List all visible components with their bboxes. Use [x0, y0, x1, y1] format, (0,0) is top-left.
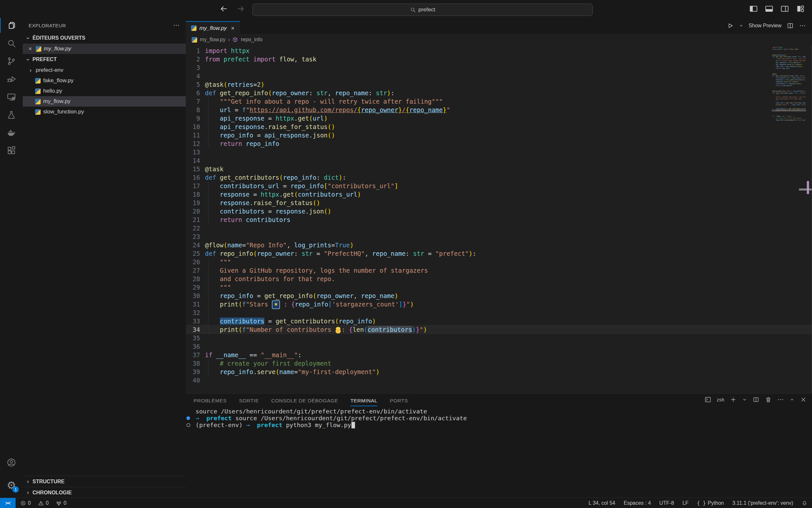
- code-line[interactable]: 17 contributors_url = repo_info["contrib…: [186, 182, 812, 190]
- shell-label[interactable]: zsh: [717, 397, 724, 403]
- more-actions-icon[interactable]: [799, 22, 806, 29]
- back-arrow-icon[interactable]: [220, 5, 228, 13]
- code-line[interactable]: 36: [186, 342, 812, 351]
- code-line[interactable]: 29 """: [186, 283, 812, 292]
- layout-sidebar-right-icon[interactable]: [780, 4, 789, 13]
- activity-item-accounts[interactable]: [0, 454, 23, 471]
- code-line[interactable]: 4: [186, 72, 812, 80]
- run-python-file-button[interactable]: [727, 22, 734, 29]
- remote-indicator[interactable]: ><: [0, 498, 15, 508]
- activity-item-remote-explorer[interactable]: [0, 89, 23, 105]
- code-line[interactable]: 3: [186, 64, 812, 72]
- code-line[interactable]: 26 """: [186, 258, 812, 266]
- code-editor[interactable]: 1import httpx2from prefect import flow, …: [186, 45, 812, 393]
- activity-item-settings[interactable]: ⚙1: [0, 477, 23, 493]
- code-line[interactable]: 15@task: [186, 165, 812, 173]
- code-line[interactable]: 25def repo_info(repo_owner: str = "Prefe…: [186, 249, 812, 258]
- activity-item-source-control[interactable]: [0, 53, 23, 69]
- open-editor-item[interactable]: × my_flow.py: [23, 44, 186, 54]
- project-section-header[interactable]: › PREFECT: [23, 54, 186, 65]
- command-decoration-icon[interactable]: [186, 416, 190, 420]
- section-header-structure[interactable]: ›STRUCTURE: [23, 476, 186, 487]
- code-line[interactable]: 24@flow(name="Repo Info", log_prints=Tru…: [186, 241, 812, 249]
- code-line[interactable]: 40: [186, 376, 812, 384]
- more-actions-icon[interactable]: [173, 22, 180, 29]
- code-line[interactable]: 38 # create your first deployment: [186, 359, 812, 368]
- status-item-utf-8[interactable]: UTF-8: [659, 500, 674, 506]
- status-item-3-11-1-prefect-env-venv-[interactable]: 3.11.1 ('prefect-env': venv): [732, 500, 793, 506]
- more-actions-icon[interactable]: [777, 396, 784, 403]
- status-item-0[interactable]: 0: [20, 500, 31, 506]
- code-line[interactable]: 5@task(retries=2): [186, 80, 812, 89]
- code-line[interactable]: 39 repo_info.serve(name="my-first-deploy…: [186, 368, 812, 376]
- code-line[interactable]: 10 api_response.raise_for_status(): [186, 123, 812, 131]
- code-line[interactable]: 35: [186, 334, 812, 342]
- code-line[interactable]: 6def get_repo_info(repo_owner: str, repo…: [186, 89, 812, 97]
- tree-item-hello-py[interactable]: hello.py: [23, 86, 186, 96]
- code-line[interactable]: 7 """Get info about a repo - will retry …: [186, 97, 812, 105]
- code-line[interactable]: 28 and contributors for that repo.: [186, 274, 812, 283]
- activity-item-explorer[interactable]: [0, 17, 23, 34]
- split-editor-icon[interactable]: [787, 22, 794, 29]
- panel-tab-probl-mes[interactable]: PROBLÈMES: [194, 393, 227, 408]
- code-line[interactable]: 2from prefect import flow, task: [186, 55, 812, 64]
- status-item-0[interactable]: 0: [56, 500, 66, 506]
- activity-item-run-debug[interactable]: [0, 71, 23, 87]
- activity-item-testing[interactable]: [0, 107, 23, 123]
- status-item-l-34-col-54[interactable]: L 34, col 54: [588, 500, 615, 506]
- code-line[interactable]: 31 print(f"Stars ★ : {repo_info['stargaz…: [186, 300, 812, 308]
- breadcrumb-symbol[interactable]: repo_info: [241, 37, 262, 43]
- code-line[interactable]: 27 Given a GitHub repository, logs the n…: [186, 266, 812, 274]
- code-line[interactable]: 11 repo_info = api_response.json(): [186, 131, 812, 139]
- status-item-0[interactable]: 0: [38, 500, 49, 506]
- activity-item-extensions[interactable]: [0, 142, 23, 159]
- split-terminal-icon[interactable]: [753, 396, 759, 403]
- new-terminal-icon[interactable]: [730, 396, 737, 403]
- maximize-panel-icon[interactable]: [790, 397, 795, 402]
- terminal-output[interactable]: source /Users/henricourdent/git/prefect/…: [186, 408, 812, 498]
- code-line[interactable]: 12 return repo_info: [186, 139, 812, 148]
- code-line[interactable]: 34 print(f"Number of contributors : {len…: [186, 325, 812, 334]
- code-line[interactable]: 14: [186, 156, 812, 165]
- forward-arrow-icon[interactable]: [236, 5, 245, 13]
- chevron-down-icon[interactable]: [739, 24, 744, 28]
- code-line[interactable]: 22: [186, 224, 812, 232]
- code-line[interactable]: 23: [186, 232, 812, 241]
- panel-tab-console-de-d-bogage[interactable]: CONSOLE DE DÉBOGAGE: [271, 393, 338, 408]
- panel-tab-terminal[interactable]: TERMINAL: [350, 393, 377, 408]
- code-line[interactable]: 21 return contributors: [186, 215, 812, 224]
- panel-tab-ports[interactable]: PORTS: [390, 393, 408, 408]
- command-center-search[interactable]: prefect: [252, 4, 593, 16]
- command-decoration-icon[interactable]: [186, 423, 190, 427]
- layout-sidebar-left-icon[interactable]: [749, 4, 758, 13]
- tab-my-flow-py[interactable]: my_flow.py ×: [186, 21, 240, 35]
- show-preview-button[interactable]: Show Preview: [749, 23, 781, 29]
- code-line[interactable]: 33 contributors = get_contributors(repo_…: [186, 317, 812, 325]
- panel-tab-sortie[interactable]: SORTIE: [239, 393, 259, 408]
- code-line[interactable]: 32: [186, 308, 812, 317]
- kill-terminal-icon[interactable]: [765, 396, 772, 403]
- section-header-chronologie[interactable]: ›CHRONOLOGIE: [23, 487, 186, 498]
- minimap[interactable]: import httpxfrom prefect import flow, ta…: [772, 46, 806, 123]
- status-item-bell[interactable]: [802, 500, 807, 506]
- code-line[interactable]: 20 contributors = response.json(): [186, 207, 812, 215]
- activity-item-search[interactable]: [0, 35, 23, 51]
- code-line[interactable]: 19 response.raise_for_status(): [186, 199, 812, 207]
- chevron-down-icon[interactable]: [742, 397, 747, 402]
- status-item-python[interactable]: { }Python: [697, 500, 724, 506]
- close-icon[interactable]: ×: [27, 45, 33, 52]
- status-item-lf[interactable]: LF: [682, 500, 688, 506]
- tree-item-my-flow-py[interactable]: my_flow.py: [23, 96, 186, 107]
- layout-panel-icon[interactable]: [765, 4, 774, 13]
- tree-item-prefect-env[interactable]: ›prefect-env: [23, 65, 186, 75]
- activity-item-docker[interactable]: [0, 125, 23, 141]
- code-line[interactable]: 13: [186, 148, 812, 156]
- tree-item-slow-function-py[interactable]: slow_function.py: [23, 107, 186, 117]
- open-editors-section-header[interactable]: › ÉDITEURS OUVERTS: [23, 33, 186, 44]
- close-icon[interactable]: ×: [231, 25, 235, 32]
- code-line[interactable]: 1import httpx: [186, 46, 812, 55]
- code-line[interactable]: 30 repo_info = get_repo_info(repo_owner,…: [186, 292, 812, 300]
- close-panel-icon[interactable]: [800, 396, 807, 403]
- tree-item-fake-flow-py[interactable]: fake_flow.py: [23, 75, 186, 86]
- code-line[interactable]: 8 url = f"https://api.github.com/repos/{…: [186, 105, 812, 114]
